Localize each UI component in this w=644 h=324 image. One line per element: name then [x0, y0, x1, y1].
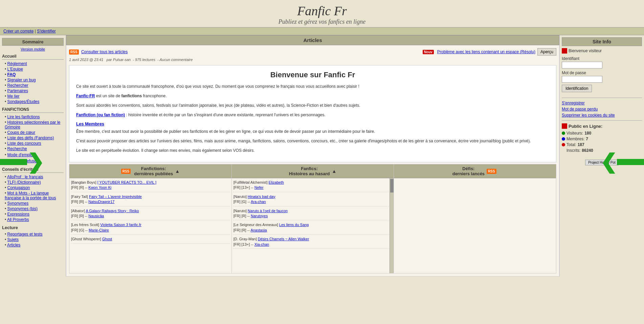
sidebar-item-tlfi[interactable]: TLFI (Dictionnaire): [2, 180, 64, 185]
item-meta: [FR] [R] -- Anastasia: [234, 228, 392, 233]
sidebar-item-defis[interactable]: Liste des défis (Fandoms): [2, 135, 64, 141]
chevron-left-icon[interactable]: ❮: [600, 152, 617, 172]
senregistrer-link[interactable]: S'enregistrer: [562, 101, 642, 105]
sidebar-item-melier[interactable]: Me lier: [2, 94, 64, 99]
fanfictions-panel-title: Fanfictions: dernières publiées: [134, 166, 173, 176]
item-author-link[interactable]: NatsuDragnir17: [88, 200, 114, 204]
article-title-link[interactable]: Problème avec les liens contenant un esp…: [437, 49, 535, 54]
item-title-link[interactable]: Violetta Saison 3 fanfic.fr: [100, 223, 141, 227]
sidebar-item-concours[interactable]: Liste des concours: [2, 141, 64, 146]
articles-body: RSS Consulter tous les articles Nouv Pro…: [66, 45, 559, 277]
nav-separator: |: [35, 29, 36, 34]
chevron-right-icon[interactable]: ❯: [27, 152, 44, 172]
list-item: [FullMetal Alchemist] Elizabeth [FR] [13…: [234, 180, 392, 192]
item-title-link[interactable]: Désirs Charnels ~ Allen Walker: [258, 237, 309, 241]
item-title-link[interactable]: Fairy Tail – L'avenir Imprévisible: [89, 195, 142, 199]
mot-de-passe-perdu-link[interactable]: Mot de passe perdu: [562, 107, 642, 112]
sidebar-item-synonymes[interactable]: Synonymes: [2, 201, 64, 206]
sidebar-item-coups[interactable]: Coups de cœur: [2, 130, 64, 135]
sidebar-item-allproverbs[interactable]: All Proverbs: [2, 217, 64, 222]
fanficfr-desc: est un site de: [96, 94, 121, 98]
item-author-link[interactable]: Nefer: [254, 185, 264, 189]
sidebar-item-rechercher[interactable]: Rechercher: [2, 83, 64, 88]
fanfiction-link[interactable]: Fanfiction (ou fan fiction): [76, 113, 125, 117]
sidebar-item-articles[interactable]: Articles: [2, 242, 64, 248]
item-meta: [FR] [R] -- Kwon Yoon Ki: [71, 185, 230, 190]
item-title-link[interactable]: Elizabeth: [269, 180, 284, 184]
arrow-bar-left: [0, 159, 27, 165]
identification-button[interactable]: Identification: [562, 85, 592, 92]
sidebar-item-signaler[interactable]: Signaler un bug: [2, 77, 64, 83]
visitors-label: Visiteurs:: [567, 131, 583, 136]
fanfics-scroll-up[interactable]: ▲: [332, 168, 336, 174]
sidebar-item-conjugaison[interactable]: Conjugaison: [2, 185, 64, 190]
conventions-text: Sont aussi abordés les conventions, salo…: [76, 102, 549, 108]
fanficfr-rest: francophone.: [143, 94, 166, 98]
articles-top: RSS Consulter tous les articles Nouv Pro…: [69, 48, 556, 56]
sidebar-item-reglement[interactable]: Règlement: [2, 61, 64, 66]
item-author-link[interactable]: Kwon Yoon Ki: [88, 185, 111, 189]
site-title: Fanfic Fr: [0, 3, 644, 18]
welcome-intro: Ce site est ouvert à toute la communauté…: [76, 83, 549, 89]
item-title-link[interactable]: Ghost: [102, 237, 112, 241]
sidebar-item-sujets[interactable]: Sujets: [2, 237, 64, 242]
bottom-panels: RSS Fanfictions: dernières publiées ▲ [B…: [69, 164, 556, 274]
identifiant-input[interactable]: [562, 62, 602, 68]
fanfiction-def: Fanfiction (ou fan fiction) : histoire i…: [76, 112, 549, 118]
item-author-link[interactable]: Anastasia: [250, 228, 267, 232]
sidebar-item-histoires[interactable]: Histoires sélectionnées par le Grimoire: [2, 120, 64, 130]
sidebar-item-faq[interactable]: FAQ: [2, 72, 64, 77]
divider2: [562, 120, 642, 121]
item-meta: [FR] [G] -- Ara-chan: [234, 199, 392, 204]
item-author-link[interactable]: Ara-chan: [251, 200, 266, 204]
sidebar-item-alloprof[interactable]: AlloProf : le français: [2, 174, 64, 180]
login-link[interactable]: S'identifier: [37, 29, 56, 34]
article-reads: 975 lectures: [135, 58, 155, 62]
item-fandom: [Albator] A Galaxy Railways Story : Reik…: [71, 208, 230, 214]
fanfictions-header: FANFICTIONS: [2, 107, 64, 113]
sidebar-item-lire[interactable]: Lire les fanfictions: [2, 114, 64, 120]
create-account-link[interactable]: Créer un compte: [3, 29, 34, 34]
nav-arrow-right[interactable]: ❮: [600, 152, 644, 172]
article-date: 1 avril 2023 @ 23:41: [69, 58, 104, 62]
version-mobile-link[interactable]: Version mobile: [2, 47, 64, 51]
consult-all-link[interactable]: Consulter tous les articles: [81, 49, 128, 54]
defis-header2: derniers lancés: [452, 171, 485, 176]
item-fandom: [Les fréres Scott] Violetta Saison 3 fan…: [71, 222, 230, 227]
fanfictions-scroll-up[interactable]: ▲: [175, 168, 180, 174]
fanfics-panel: Fanfics: Histoires au hasard ▲ [FullMeta…: [232, 164, 394, 273]
membres-online-count: 7: [586, 137, 588, 141]
apercu-button[interactable]: Aperçu: [537, 48, 556, 56]
item-author-link[interactable]: Nausicâa: [88, 214, 104, 218]
supprimer-cookies-link[interactable]: Supprimer les cookies du site: [562, 113, 642, 118]
item-author-link[interactable]: Marie-Claire: [89, 228, 109, 232]
sidebar-item-sondages[interactable]: Sondages/Études: [2, 99, 64, 104]
sidebar-item-synonymes-bis[interactable]: Synonymes (bis): [2, 206, 64, 211]
total-count: 187: [578, 142, 584, 147]
item-fandom: [Ghost Whisperer] Ghost: [71, 237, 230, 242]
item-author-link[interactable]: Narutoyes: [251, 214, 268, 218]
membres-subtitle[interactable]: Les Membres: [76, 121, 549, 126]
nav-arrow-left[interactable]: ❯: [0, 152, 44, 172]
item-title-link[interactable]: Hinata's bad day: [248, 195, 275, 199]
lecture-label: Lecture: [2, 225, 64, 230]
fanfictions-panel-body: [Bangtan Boys] [ YOUTUBER REACTS TO... E…: [69, 178, 231, 273]
scroll-bar[interactable]: [390, 178, 394, 273]
mot-de-passe-input[interactable]: [562, 76, 602, 83]
sidebar-item-partenaires[interactable]: Partenaires: [2, 88, 64, 94]
item-title-link[interactable]: [ YOUTUBER REACTS TO... EVIL ]: [97, 180, 156, 184]
defis-panel-title: Défis: derniers lancés: [452, 166, 485, 176]
article-meta: 1 avril 2023 @ 23:41 par Pulsar-san - 97…: [69, 58, 556, 62]
sidebar-item-expressions[interactable]: Expressions: [2, 211, 64, 217]
item-title-link[interactable]: Naruto à l'oeil de faucon: [248, 209, 288, 213]
sidebar-item-equipe[interactable]: L'Equipe: [2, 66, 64, 72]
item-title-link[interactable]: Les liens du Sang: [279, 223, 309, 227]
sidebar-item-reportages[interactable]: Reportages et tests: [2, 231, 64, 237]
fanficfr-link[interactable]: Fanfic-FR: [76, 94, 95, 98]
item-fandom: [Bangtan Boys] [ YOUTUBER REACTS TO... E…: [71, 180, 230, 185]
item-title-link[interactable]: A Galaxy Railways Story : Reiko: [86, 209, 139, 213]
fanfictions-panel-header: RSS Fanfictions: dernières publiées ▲: [69, 164, 231, 178]
fanfics-header2: Histoires au hasard: [289, 171, 330, 176]
sidebar-item-motamots[interactable]: Mot à Mots - La langue française à la po…: [2, 190, 64, 201]
item-author-link[interactable]: Xia-chan: [254, 242, 269, 246]
